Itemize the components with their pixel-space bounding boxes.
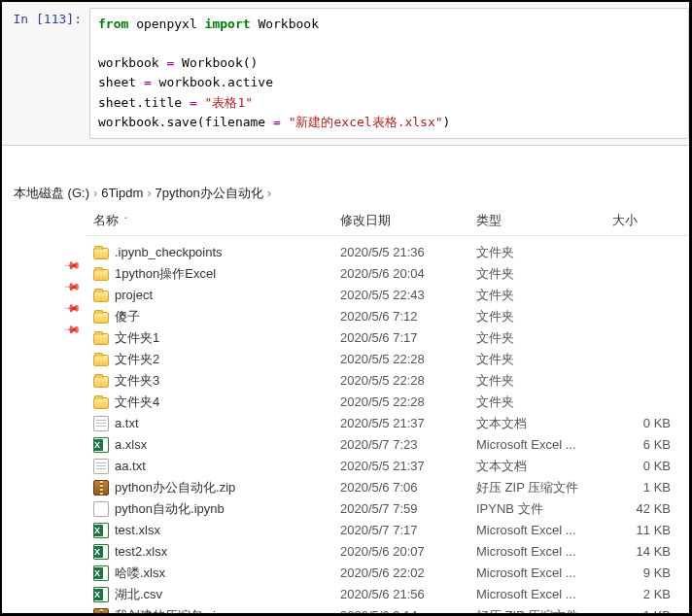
chevron-right-icon: ›: [93, 186, 97, 200]
breadcrumb-seg[interactable]: 6Tipdm: [101, 186, 143, 200]
pin-icon[interactable]: 📌: [2, 323, 86, 344]
column-header-name[interactable]: 名称 ˇ: [93, 212, 340, 229]
file-list: .ipynb_checkpoints2020/5/5 21:36文件夹1pyth…: [86, 236, 689, 616]
file-date: 2020/5/6 20:07: [340, 544, 476, 559]
breadcrumb-seg[interactable]: 本地磁盘 (G:): [14, 185, 89, 202]
file-date: 2020/5/7 7:23: [340, 437, 476, 452]
breadcrumb-seg[interactable]: 7python办公自动化: [156, 185, 263, 202]
file-row[interactable]: 1python操作Excel2020/5/6 20:04文件夹: [86, 263, 689, 285]
file-date: 2020/5/6 7:12: [340, 309, 476, 324]
file-name-cell: 文件夹3: [93, 372, 340, 390]
txt-icon: [93, 459, 109, 474]
file-name-cell: 文件夹4: [93, 394, 340, 411]
pin-icon[interactable]: 📌: [2, 258, 86, 280]
breadcrumb: 本地磁盘 (G:) › 6Tipdm › 7python办公自动化 ›: [2, 181, 689, 206]
file-size: 11 KB: [612, 523, 671, 537]
file-date: 2020/5/6 21:56: [340, 587, 476, 601]
file-size: 14 KB: [612, 544, 671, 559]
file-row[interactable]: 我创建的压缩包.zip2020/5/6 9:14好压 ZIP 压缩文件1 KB: [86, 605, 689, 616]
file-date: 2020/5/7 7:59: [340, 501, 476, 516]
file-name: 1python操作Excel: [115, 265, 216, 283]
file-name-cell: 哈喽.xlsx: [93, 565, 340, 582]
file-type: Microsoft Excel ...: [476, 587, 612, 601]
folder-icon: [93, 355, 109, 366]
file-name: test2.xlsx: [115, 544, 167, 559]
file-type: Microsoft Excel ...: [476, 523, 612, 537]
kw-import: import: [205, 17, 251, 31]
file-size: 1 KB: [612, 480, 671, 495]
pin-icon[interactable]: 📌: [2, 301, 86, 323]
file-row[interactable]: 文件夹42020/5/5 22:28文件夹: [86, 392, 689, 413]
file-row[interactable]: a.xlsx2020/5/7 7:23Microsoft Excel ...6 …: [86, 434, 689, 456]
file-row[interactable]: python自动化.ipynb2020/5/7 7:59IPYNB 文件42 K…: [86, 498, 689, 520]
file-row[interactable]: project2020/5/5 22:43文件夹: [86, 285, 689, 306]
folder-icon: [93, 333, 109, 345]
file-size: 0 KB: [612, 459, 671, 473]
file-name-cell: python自动化.ipynb: [93, 500, 340, 518]
file-row[interactable]: python办公自动化.zip2020/5/6 7:06好压 ZIP 压缩文件1…: [86, 477, 689, 498]
file-name: 傻子: [115, 308, 140, 325]
file-row[interactable]: aa.txt2020/5/5 21:37文本文档0 KB: [86, 456, 689, 477]
file-name: 文件夹4: [115, 394, 159, 411]
file-date: 2020/5/5 22:43: [340, 288, 476, 302]
file-name: project: [115, 288, 153, 302]
file-name-cell: a.txt: [93, 416, 340, 431]
file-name-cell: 文件夹1: [93, 329, 340, 347]
file-date: 2020/5/6 7:06: [340, 480, 476, 495]
file-name: python自动化.ipynb: [115, 500, 225, 518]
code-area[interactable]: from openpyxl import Workbook workbook =…: [89, 8, 689, 139]
file-date: 2020/5/5 22:28: [340, 394, 476, 409]
column-header-size[interactable]: 大小: [612, 212, 671, 229]
file-name-cell: 傻子: [93, 308, 340, 325]
file-type: 文件夹: [476, 287, 612, 304]
file-row[interactable]: test.xlsx2020/5/7 7:17Microsoft Excel ..…: [86, 520, 689, 541]
folder-icon: [93, 312, 109, 324]
file-name-cell: python办公自动化.zip: [93, 479, 340, 496]
file-type: Microsoft Excel ...: [476, 565, 612, 580]
file-type: 文件夹: [476, 329, 612, 347]
file-row[interactable]: 傻子2020/5/6 7:12文件夹: [86, 306, 689, 327]
file-name: 哈喽.xlsx: [115, 565, 165, 582]
file-date: 2020/5/6 9:14: [340, 608, 476, 616]
file-row[interactable]: a.txt2020/5/5 21:37文本文档0 KB: [86, 413, 689, 434]
zip-icon: [93, 480, 109, 496]
file-type: 文件夹: [476, 244, 612, 261]
file-row[interactable]: 文件夹32020/5/5 22:28文件夹: [86, 370, 689, 392]
file-row[interactable]: .ipynb_checkpoints2020/5/5 21:36文件夹: [86, 242, 689, 263]
jupyter-code-cell: In [113]: from openpyxl import Workbook …: [2, 2, 689, 146]
pin-icon[interactable]: 📌: [2, 280, 86, 301]
folder-icon: [93, 376, 109, 388]
folder-icon: [93, 269, 109, 281]
file-size: 9 KB: [612, 565, 671, 580]
file-panel: 名称 ˇ 修改日期 类型 大小 .ipynb_checkpoints2020/5…: [86, 206, 689, 616]
file-name-cell: 湖北.csv: [93, 586, 340, 603]
file-type: 文件夹: [476, 308, 612, 325]
file-date: 2020/5/6 7:17: [340, 330, 476, 345]
column-header-date[interactable]: 修改日期: [340, 212, 476, 229]
file-size: 6 KB: [612, 437, 671, 452]
file-date: 2020/5/6 20:04: [340, 266, 476, 281]
file-name: aa.txt: [115, 459, 146, 473]
file-name-cell: test.xlsx: [93, 523, 340, 538]
file-row[interactable]: 哈喽.xlsx2020/5/6 22:02Microsoft Excel ...…: [86, 563, 689, 584]
file-size: 2 KB: [612, 587, 671, 601]
file-type: Microsoft Excel ...: [476, 544, 612, 559]
file-name-cell: aa.txt: [93, 459, 340, 474]
file-name: test.xlsx: [115, 523, 160, 537]
file-type: 文本文档: [476, 415, 612, 432]
file-row[interactable]: 文件夹12020/5/6 7:17文件夹: [86, 327, 689, 349]
file-name: 文件夹2: [115, 351, 159, 368]
quick-access-gutter: 📌📌📌📌: [2, 206, 86, 616]
file-type: 文件夹: [476, 351, 612, 368]
column-header-type[interactable]: 类型: [476, 212, 612, 229]
file-name-cell: test2.xlsx: [93, 544, 340, 560]
spacer: [2, 146, 689, 181]
xlsx-icon: [93, 565, 109, 581]
folder-icon: [93, 291, 109, 302]
folder-icon: [93, 248, 109, 259]
file-row[interactable]: 湖北.csv2020/5/6 21:56Microsoft Excel ...2…: [86, 584, 689, 605]
file-row[interactable]: test2.xlsx2020/5/6 20:07Microsoft Excel …: [86, 541, 689, 563]
file-name-cell: 文件夹2: [93, 351, 340, 368]
file-name: .ipynb_checkpoints: [115, 245, 223, 259]
file-row[interactable]: 文件夹22020/5/5 22:28文件夹: [86, 349, 689, 370]
